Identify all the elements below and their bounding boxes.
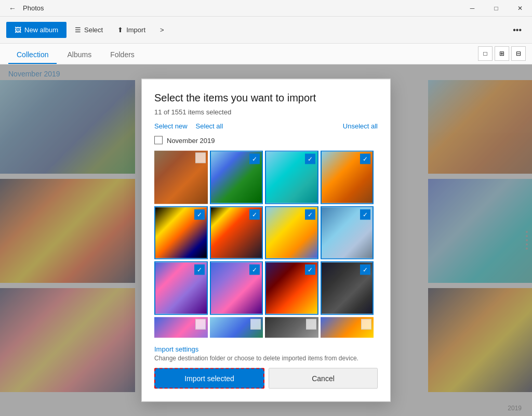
photo-cell-6[interactable]: ✓ bbox=[210, 206, 263, 259]
photo-checkbox[interactable] bbox=[361, 319, 371, 329]
close-button[interactable]: ✕ bbox=[508, 0, 532, 17]
photo-checkbox[interactable]: ✓ bbox=[194, 265, 205, 275]
import-icon: ⬆ bbox=[117, 26, 123, 34]
photo-checkbox[interactable] bbox=[306, 319, 316, 329]
tab-collection[interactable]: Collection bbox=[8, 46, 57, 64]
import-selected-button[interactable]: Import selected bbox=[154, 368, 264, 389]
photo-checkbox[interactable]: ✓ bbox=[305, 209, 315, 219]
photo-checkbox[interactable]: ✓ bbox=[249, 209, 260, 219]
items-selected-count: 11 of 1551 items selected bbox=[154, 108, 378, 116]
more-options-button[interactable]: ••• bbox=[509, 21, 526, 39]
chevron-right-icon: > bbox=[160, 26, 164, 34]
import-settings-link[interactable]: Import settings bbox=[154, 345, 198, 353]
photos-grid: ✓✓✓✓✓✓✓✓✓✓✓ bbox=[154, 151, 378, 338]
dialog-title: Select the items you want to import bbox=[154, 92, 378, 104]
new-album-icon: 🖼 bbox=[15, 26, 21, 34]
unselect-all-link[interactable]: Unselect all bbox=[343, 122, 378, 130]
app-title: Photos bbox=[23, 4, 44, 12]
select-all-link[interactable]: Select all bbox=[196, 122, 223, 130]
photo-cell-7[interactable]: ✓ bbox=[265, 206, 318, 259]
cancel-button[interactable]: Cancel bbox=[269, 368, 378, 389]
photos-grid-container[interactable]: ✓✓✓✓✓✓✓✓✓✓✓ bbox=[154, 151, 378, 338]
photo-checkbox[interactable]: ✓ bbox=[360, 209, 370, 219]
toolbar: 🖼 New album ☰ Select ⬆ Import > ••• bbox=[0, 17, 532, 44]
tab-albums[interactable]: Albums bbox=[59, 46, 100, 64]
titlebar: ← Photos ─ □ ✕ bbox=[0, 0, 532, 17]
photo-cell-16[interactable] bbox=[321, 317, 374, 338]
photo-checkbox[interactable]: ✓ bbox=[305, 154, 315, 164]
photo-cell-2[interactable]: ✓ bbox=[210, 151, 263, 204]
import-settings-desc: Change destination folder or choose to d… bbox=[154, 355, 378, 362]
photo-cell-12[interactable]: ✓ bbox=[321, 262, 374, 315]
photo-checkbox[interactable] bbox=[250, 319, 261, 329]
photo-checkbox[interactable]: ✓ bbox=[305, 265, 315, 275]
group-label: November 2019 bbox=[167, 136, 215, 144]
photo-cell-5[interactable]: ✓ bbox=[154, 206, 208, 259]
select-button[interactable]: ☰ Select bbox=[69, 22, 109, 38]
photo-checkbox[interactable]: ✓ bbox=[360, 154, 370, 164]
group-checkbox-row: November 2019 bbox=[154, 136, 378, 145]
photo-checkbox[interactable] bbox=[195, 153, 206, 163]
photo-cell-14[interactable] bbox=[210, 317, 263, 338]
photo-cell-4[interactable]: ✓ bbox=[321, 151, 374, 204]
dialog-top-actions: Select new Select all Unselect all bbox=[154, 122, 378, 130]
maximize-button[interactable]: □ bbox=[484, 0, 508, 17]
minimize-button[interactable]: ─ bbox=[460, 0, 484, 17]
photo-cell-1[interactable] bbox=[154, 151, 208, 204]
select-icon: ☰ bbox=[75, 26, 81, 34]
photo-cell-11[interactable]: ✓ bbox=[265, 262, 318, 315]
photo-cell-13[interactable] bbox=[154, 317, 208, 338]
import-settings: Import settings Change destination folde… bbox=[154, 344, 378, 362]
view-controls: □ ⊞ ⊟ bbox=[478, 46, 526, 61]
dialog-footer: Import selected Cancel bbox=[154, 368, 378, 389]
photo-cell-8[interactable]: ✓ bbox=[321, 206, 374, 259]
import-button[interactable]: ⬆ Import bbox=[111, 22, 152, 38]
photo-cell-3[interactable]: ✓ bbox=[265, 151, 318, 204]
photo-checkbox[interactable]: ✓ bbox=[249, 265, 260, 275]
window-controls: ─ □ ✕ bbox=[460, 0, 532, 17]
view-single-button[interactable]: □ bbox=[478, 46, 493, 61]
new-album-button[interactable]: 🖼 New album bbox=[6, 22, 66, 38]
nav-tabs: Collection Albums Folders □ ⊞ ⊟ bbox=[0, 44, 532, 64]
photo-checkbox[interactable]: ✓ bbox=[360, 265, 370, 275]
dots-icon: ••• bbox=[513, 25, 522, 34]
select-new-link[interactable]: Select new bbox=[154, 122, 188, 130]
photo-checkbox[interactable]: ✓ bbox=[194, 209, 205, 219]
back-button[interactable]: ← bbox=[6, 2, 19, 15]
photo-checkbox[interactable]: ✓ bbox=[249, 154, 260, 164]
photo-cell-10[interactable]: ✓ bbox=[210, 262, 263, 315]
view-grid3-button[interactable]: ⊟ bbox=[511, 46, 526, 61]
photo-cell-9[interactable]: ✓ bbox=[154, 262, 208, 315]
select-actions: Select new Select all bbox=[154, 122, 223, 130]
tab-folders[interactable]: Folders bbox=[102, 46, 143, 64]
photo-checkbox[interactable] bbox=[195, 319, 206, 329]
chevron-button[interactable]: > bbox=[154, 22, 170, 38]
main-content: November 2019 2019 Select the items you … bbox=[0, 64, 532, 416]
photo-cell-15[interactable] bbox=[265, 317, 318, 338]
import-dialog: Select the items you want to import 11 o… bbox=[141, 79, 391, 402]
group-checkbox[interactable] bbox=[154, 136, 163, 145]
view-grid2-button[interactable]: ⊞ bbox=[495, 46, 509, 61]
